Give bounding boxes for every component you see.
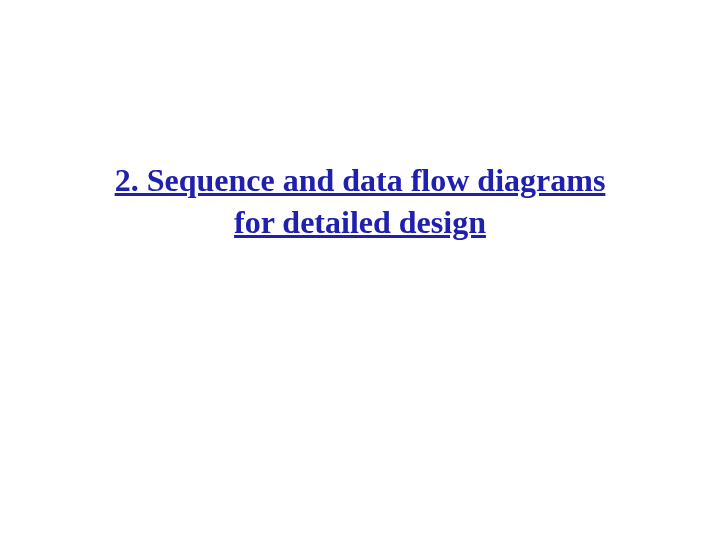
- title-line-1: 2. Sequence and data flow diagrams: [115, 162, 606, 198]
- slide-title: 2. Sequence and data flow diagrams for d…: [115, 160, 606, 243]
- slide-container: 2. Sequence and data flow diagrams for d…: [0, 0, 720, 540]
- title-line-2: for detailed design: [234, 204, 486, 240]
